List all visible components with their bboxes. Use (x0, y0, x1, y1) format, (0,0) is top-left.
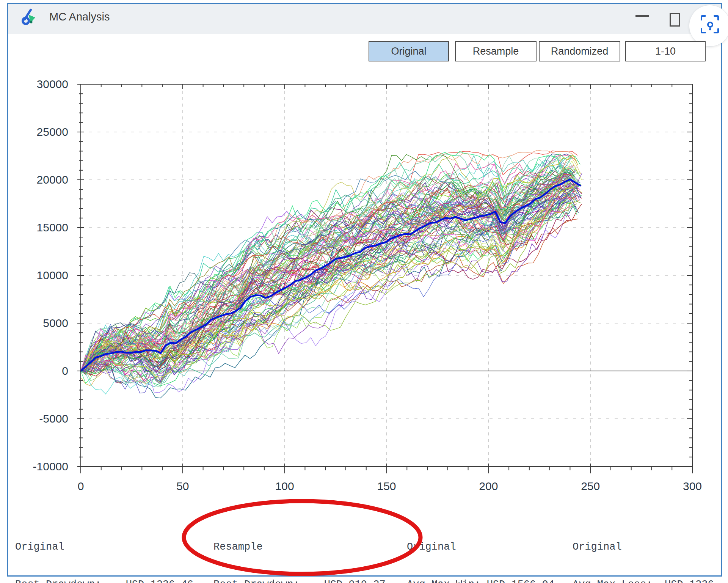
stats-column-original-drawdown: Original Best Drawdown: USD 1236.46 Wors… (15, 516, 193, 583)
axis-layer: -10000-500005000100001500020000250003000… (33, 78, 702, 492)
x-tick-label: 100 (275, 480, 294, 492)
stats-heading: Original (407, 541, 554, 553)
y-tick-label: 25000 (37, 126, 68, 138)
stats-line: Best Drawdown: USD 919.27 (213, 578, 392, 583)
stats-column-resample-drawdown: Resample Best Drawdown: USD 919.27 Worst… (213, 516, 392, 583)
y-tick-label: 0 (62, 365, 68, 377)
x-tick-label: 300 (683, 480, 702, 492)
y-tick-label: 10000 (37, 269, 68, 281)
x-tick-label: 50 (176, 480, 189, 492)
y-tick-label: -5000 (39, 412, 68, 425)
stats-line: Best Drawdown: USD 1236.46 (15, 578, 193, 583)
y-tick-label: 20000 (37, 173, 68, 186)
stats-line: Avg Max Loss: USD 1236 (573, 578, 714, 583)
screen: MC Analysis Original Resample Randomized… (0, 0, 728, 583)
stats-heading: Resample (213, 541, 392, 553)
stats-column-original-losses: Original Avg Max Loss: USD 1236 Max Cons… (573, 516, 714, 583)
simulation-line (81, 151, 577, 371)
x-tick-label: 250 (581, 480, 600, 492)
x-tick-label: 0 (78, 480, 84, 492)
stats-heading: Original (573, 541, 714, 553)
stats-heading: Original (15, 541, 193, 553)
x-tick-label: 150 (377, 480, 396, 492)
x-tick-label: 200 (479, 480, 498, 492)
stats-line: Avg Max Win: USD 1566.04 (407, 578, 554, 583)
stats-column-original-wins: Original Avg Max Win: USD 1566.04 Max Co… (407, 516, 554, 583)
y-tick-label: 15000 (37, 221, 68, 234)
y-tick-label: 5000 (43, 317, 68, 329)
y-tick-label: -10000 (33, 460, 68, 473)
mc-equity-chart: -10000-500005000100001500020000250003000… (0, 0, 728, 583)
simulation-line (81, 150, 577, 371)
simulation-lines (81, 150, 582, 398)
y-tick-label: 30000 (37, 78, 68, 90)
